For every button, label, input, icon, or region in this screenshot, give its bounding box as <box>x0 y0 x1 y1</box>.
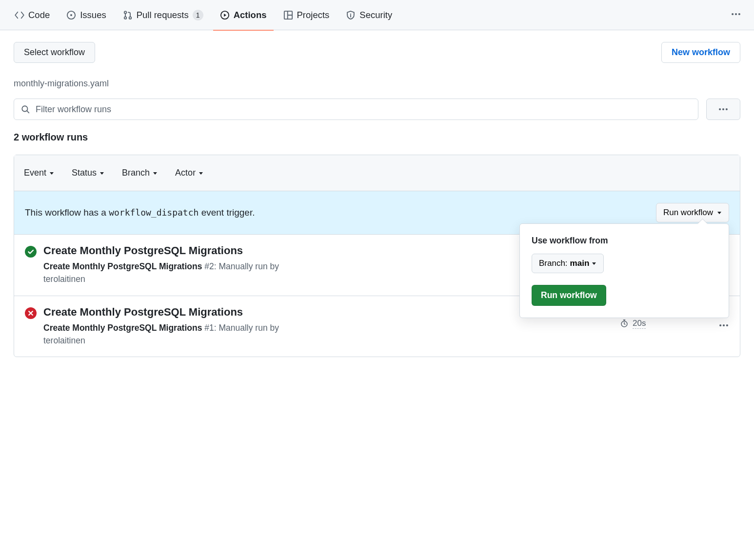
filter-branch[interactable]: Branch <box>122 168 158 178</box>
run-item-menu[interactable] <box>714 320 729 332</box>
filter-label: Actor <box>175 168 196 178</box>
filter-label: Status <box>72 168 97 178</box>
svg-point-12 <box>719 108 721 110</box>
run-workflow-name: Create Monthly PostgreSQL Migrations <box>43 261 202 271</box>
kebab-icon <box>718 320 729 331</box>
svg-point-13 <box>722 108 724 110</box>
runs-count-label: 2 workflow runs <box>14 132 740 143</box>
tab-label: Pull requests <box>137 10 189 20</box>
svg-point-3 <box>124 17 126 19</box>
tab-label: Issues <box>80 10 106 20</box>
filter-event[interactable]: Event <box>24 168 54 178</box>
status-failure-icon <box>25 307 37 319</box>
svg-point-4 <box>129 17 131 19</box>
filter-label: Branch <box>122 168 150 178</box>
new-workflow-button[interactable]: New workflow <box>661 42 740 63</box>
runs-filter-header: Event Status Branch Actor <box>14 155 740 191</box>
run-subtitle: Create Monthly PostgreSQL Migrations #1:… <box>43 321 287 347</box>
stopwatch-icon <box>620 319 629 328</box>
svg-point-2 <box>124 11 126 14</box>
tab-security[interactable]: Security <box>339 0 399 30</box>
filter-more-button[interactable] <box>706 99 740 120</box>
filter-row <box>14 99 740 120</box>
run-title[interactable]: Create Monthly PostgreSQL Migrations <box>43 244 287 257</box>
run-main: Create Monthly PostgreSQL Migrations Cre… <box>43 244 287 286</box>
svg-point-1 <box>70 14 72 16</box>
run-duration: 20s <box>633 319 646 329</box>
svg-point-19 <box>719 324 721 326</box>
pr-count-badge: 1 <box>193 10 203 20</box>
workflow-toolbar: Select workflow New workflow <box>14 42 740 63</box>
caret-down-icon <box>717 210 722 215</box>
filter-label: Event <box>24 168 46 178</box>
kebab-icon <box>718 104 729 115</box>
popover-heading: Use workflow from <box>532 236 717 246</box>
run-title[interactable]: Create Monthly PostgreSQL Migrations <box>43 306 287 319</box>
repo-nav: Code Issues Pull requests 1 Actions Proj… <box>0 0 754 30</box>
filter-status[interactable]: Status <box>72 168 104 178</box>
button-label: Select workflow <box>24 47 85 58</box>
tab-label: Actions <box>234 10 267 20</box>
caret-down-icon <box>49 171 54 176</box>
issue-icon <box>66 10 76 20</box>
workflow-file-name: monthly-migrations.yaml <box>14 79 740 89</box>
svg-point-9 <box>735 13 737 15</box>
caret-down-icon <box>99 171 104 176</box>
play-circle-icon <box>220 10 230 20</box>
svg-point-15 <box>25 246 37 258</box>
run-main: Create Monthly PostgreSQL Migrations Cre… <box>43 306 287 347</box>
shield-icon <box>346 10 356 20</box>
pull-request-icon <box>123 10 133 20</box>
run-duration-row: 20s <box>620 319 646 329</box>
filter-input[interactable] <box>35 104 691 115</box>
tab-label: Security <box>359 10 392 20</box>
runs-box: Event Status Branch Actor This workflow … <box>14 155 740 357</box>
tab-code[interactable]: Code <box>8 0 57 30</box>
tab-issues[interactable]: Issues <box>60 0 113 30</box>
svg-point-21 <box>726 324 728 326</box>
select-workflow-button[interactable]: Select workflow <box>14 42 95 63</box>
caret-down-icon <box>198 171 203 176</box>
dispatch-text: This workflow has a workflow_dispatch ev… <box>25 207 255 218</box>
code-icon <box>15 10 24 20</box>
search-icon <box>21 105 30 114</box>
workflow-dispatch-banner: This workflow has a workflow_dispatch ev… <box>14 191 740 235</box>
run-workflow-name: Create Monthly PostgreSQL Migrations <box>43 323 202 333</box>
tab-projects[interactable]: Projects <box>277 0 337 30</box>
svg-point-8 <box>732 13 734 15</box>
run-workflow-submit[interactable]: Run workflow <box>532 285 606 306</box>
caret-down-icon <box>592 261 596 266</box>
project-icon <box>283 10 293 20</box>
run-subtitle: Create Monthly PostgreSQL Migrations #2:… <box>43 260 287 286</box>
svg-point-14 <box>726 108 728 110</box>
svg-point-10 <box>738 13 740 15</box>
branch-label: Branch: <box>539 259 568 268</box>
tab-label: Code <box>28 10 50 20</box>
button-label: New workflow <box>672 47 730 58</box>
button-label: Run workflow <box>663 208 713 218</box>
tab-label: Projects <box>297 10 330 20</box>
button-label: Run workflow <box>541 290 597 300</box>
branch-select-button[interactable]: Branch: main <box>532 254 604 273</box>
main-container: Select workflow New workflow monthly-mig… <box>0 30 754 369</box>
kebab-icon <box>731 9 741 20</box>
caret-down-icon <box>153 171 158 176</box>
tab-actions[interactable]: Actions <box>213 0 274 30</box>
filter-input-wrap[interactable] <box>14 99 698 120</box>
branch-value: main <box>570 259 590 268</box>
tab-pull-requests[interactable]: Pull requests 1 <box>116 0 210 30</box>
tabs-overflow-menu[interactable] <box>726 9 746 21</box>
filter-actor[interactable]: Actor <box>175 168 203 178</box>
dispatch-code: workflow_dispatch <box>109 207 198 218</box>
dispatch-text-prefix: This workflow has a <box>25 207 109 218</box>
run-workflow-popover: Use workflow from Branch: main Run workf… <box>519 223 729 318</box>
dispatch-text-suffix: event trigger. <box>201 207 255 218</box>
run-workflow-dropdown[interactable]: Run workflow <box>656 203 729 222</box>
svg-point-20 <box>723 324 725 326</box>
status-success-icon <box>25 246 37 258</box>
svg-point-7 <box>350 13 351 14</box>
